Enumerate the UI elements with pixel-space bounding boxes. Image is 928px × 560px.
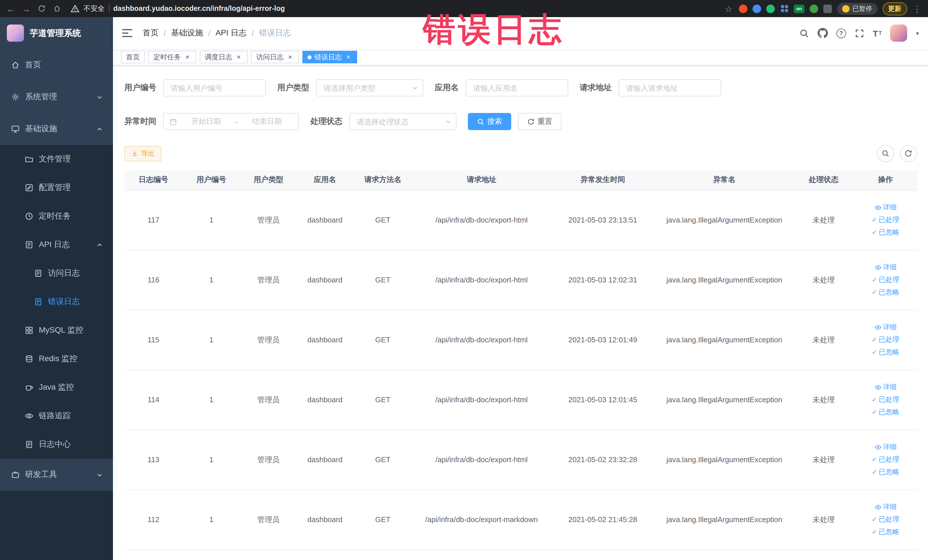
detail-link[interactable]: 详细	[875, 262, 897, 272]
tab-home[interactable]: 首页	[121, 51, 145, 63]
sidebar-item-trace[interactable]: 链路追踪	[0, 402, 113, 430]
toggle-search-button[interactable]	[877, 145, 894, 162]
search-icon[interactable]	[799, 28, 809, 38]
close-icon[interactable]: ×	[345, 53, 352, 61]
processed-link[interactable]: ✓已处理	[872, 215, 899, 225]
sidebar-item-dev-tools[interactable]: 研发工具	[0, 459, 113, 491]
sidebar-item-config-management[interactable]: 配置管理	[0, 174, 113, 202]
ignored-link[interactable]: ✓已忽略	[872, 348, 899, 357]
paused-label: 已暂停	[852, 4, 872, 13]
processed-link[interactable]: ✓已处理	[872, 515, 899, 524]
breadcrumb-separator: /	[164, 29, 166, 38]
chevron-down-icon	[412, 85, 418, 91]
tab-schedule-log[interactable]: 调度日志×	[200, 51, 247, 63]
app-logo[interactable]: 芋道管理系统	[0, 17, 113, 49]
extensions-puzzle-icon[interactable]	[823, 4, 832, 13]
app-title: 芋道管理系统	[30, 27, 81, 38]
browser-back-icon[interactable]: ←	[6, 4, 16, 13]
address-bar[interactable]: 不安全 dashboard.yudao.iocoder.cn/infra/log…	[67, 4, 718, 14]
browser-refresh-icon[interactable]	[37, 5, 47, 12]
breadcrumb-item[interactable]: 首页	[143, 28, 159, 38]
user-type-select-input[interactable]	[316, 79, 423, 96]
refresh-button[interactable]	[899, 145, 917, 162]
fullscreen-icon[interactable]	[855, 28, 864, 38]
process-status-select-input[interactable]	[349, 113, 456, 130]
search-button[interactable]: 搜索	[468, 113, 511, 130]
sidebar-item-access-log[interactable]: 访问日志	[0, 259, 113, 288]
sidebar-item-redis-monitor[interactable]: Redis 监控	[0, 345, 113, 373]
tab-error-log[interactable]: 错误日志×	[302, 51, 357, 63]
sidebar-item-label: Redis 监控	[39, 354, 77, 364]
sidebar-item-label: API 日志	[39, 240, 70, 250]
sidebar-item-java-monitor[interactable]: Java 监控	[0, 373, 113, 402]
export-button[interactable]: 导出	[124, 146, 162, 161]
help-icon[interactable]: ?	[836, 28, 846, 38]
clock-icon	[24, 212, 34, 221]
detail-link[interactable]: 详细	[875, 502, 897, 512]
caret-down-icon[interactable]: ▾	[916, 30, 919, 36]
ignored-link[interactable]: ✓已忽略	[872, 288, 899, 297]
update-button[interactable]: 更新	[882, 2, 907, 15]
extension-icon[interactable]	[752, 4, 761, 13]
detail-link[interactable]: 详细	[875, 203, 897, 212]
sidebar-item-home[interactable]: 首页	[0, 49, 113, 81]
sidebar-item-error-log[interactable]: 错误日志	[0, 288, 113, 316]
breadcrumb-item[interactable]: 基础设施	[171, 28, 203, 38]
detail-link[interactable]: 详细	[875, 382, 897, 392]
tab-access-log[interactable]: 访问日志×	[251, 51, 299, 63]
browser-home-icon[interactable]	[52, 5, 62, 12]
browser-forward-icon[interactable]: →	[21, 4, 31, 13]
sidebar-item-label: 日志中心	[39, 439, 71, 450]
col-header-user-id: 用户编号	[183, 170, 240, 190]
bookmark-star-icon[interactable]: ☆	[723, 4, 734, 13]
ignored-link[interactable]: ✓已忽略	[872, 227, 899, 237]
close-icon[interactable]: ×	[184, 53, 191, 61]
cell-log-id: 112	[124, 490, 183, 549]
close-icon[interactable]: ×	[286, 53, 294, 61]
processed-link[interactable]: ✓已处理	[872, 455, 899, 464]
reset-button[interactable]: 重置	[518, 113, 562, 130]
sidebar-item-infrastructure[interactable]: 基础设施	[0, 113, 113, 145]
sidebar-item-file-management[interactable]: 文件管理	[0, 145, 113, 174]
date-range-picker[interactable]: 开始日期 - 结束日期	[163, 113, 299, 130]
cell-user-id: 1	[183, 370, 240, 430]
extension-icon[interactable]	[766, 4, 775, 13]
extension-grid-icon[interactable]	[780, 4, 789, 13]
chevron-down-icon	[445, 118, 451, 125]
paused-badge[interactable]: 已暂停	[837, 3, 877, 15]
detail-link[interactable]: 详细	[875, 442, 897, 452]
sidebar-item-scheduled-tasks[interactable]: 定时任务	[0, 202, 113, 230]
app-name-input[interactable]	[466, 79, 568, 96]
text-size-icon[interactable]: TT	[873, 28, 882, 38]
extension-icon[interactable]	[810, 4, 818, 13]
extension-on-badge[interactable]: on	[794, 4, 804, 13]
request-url-input[interactable]	[618, 79, 721, 96]
browser-menu-kebab-icon[interactable]: ⋮	[912, 4, 922, 13]
hamburger-icon[interactable]	[122, 29, 132, 37]
ignored-link[interactable]: ✓已忽略	[872, 527, 899, 537]
ignored-link[interactable]: ✓已忽略	[872, 407, 899, 417]
check-icon: ✓	[872, 409, 877, 415]
github-icon[interactable]	[818, 28, 828, 38]
sidebar-item-api-log[interactable]: API 日志	[0, 230, 113, 259]
user-id-input[interactable]	[163, 79, 266, 96]
cell-status: 未处理	[794, 190, 853, 250]
processed-link[interactable]: ✓已处理	[872, 335, 899, 345]
process-status-select[interactable]	[349, 113, 456, 130]
extension-icon[interactable]	[739, 4, 748, 13]
user-type-select[interactable]	[316, 79, 423, 96]
processed-link[interactable]: ✓已处理	[872, 275, 899, 285]
sidebar-item-system-management[interactable]: 系统管理	[0, 81, 113, 113]
tab-scheduled-tasks[interactable]: 定时任务×	[148, 51, 196, 63]
processed-link[interactable]: ✓已处理	[872, 395, 899, 404]
detail-link[interactable]: 详细	[875, 322, 897, 332]
sidebar-item-log-center[interactable]: 日志中心	[0, 430, 113, 459]
sidebar-item-mysql-monitor[interactable]: MySQL 监控	[0, 316, 113, 345]
user-avatar[interactable]	[890, 24, 907, 42]
eye-icon	[875, 264, 881, 271]
close-icon[interactable]: ×	[235, 53, 243, 61]
ignored-link[interactable]: ✓已忽略	[872, 467, 899, 477]
breadcrumb-item[interactable]: API 日志	[216, 28, 247, 38]
active-dot-icon	[308, 55, 311, 59]
address-divider	[109, 5, 109, 12]
